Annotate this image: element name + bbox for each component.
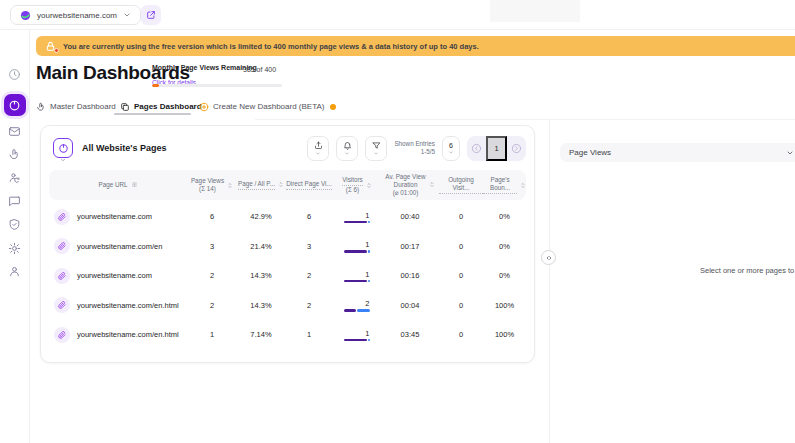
outgoing-value: 0: [439, 271, 483, 280]
alert-dot: [54, 48, 59, 53]
direct-views-value: 6: [285, 212, 333, 221]
table-header-row: Page URL Page Views(Σ 14) Page / All P..…: [49, 170, 526, 200]
export-button[interactable]: [307, 136, 329, 161]
outgoing-value: 0: [439, 330, 483, 339]
page-link-icon[interactable]: [54, 238, 70, 254]
filter-button[interactable]: [365, 136, 387, 161]
dashboard-icon: [8, 99, 21, 112]
sort-icon[interactable]: [520, 181, 526, 190]
visitors-value: 1: [344, 329, 371, 338]
lock-icon: [45, 41, 56, 52]
page-views-value: 2: [187, 271, 237, 280]
column-header-duration[interactable]: Av. Page ViewDuration(⌀ 01:00): [381, 173, 439, 198]
active-tab-underline: [114, 113, 191, 115]
filter-icon: [372, 141, 381, 150]
alerts-button[interactable]: [336, 136, 358, 161]
shield-check-icon[interactable]: [6, 215, 24, 233]
tab-create-new-dashboard[interactable]: Create New Dashboard (BETA): [199, 99, 336, 114]
sort-icon[interactable]: [429, 180, 435, 189]
panel-divider: [549, 120, 550, 443]
page-views-value: 3: [187, 242, 237, 251]
page-link-icon[interactable]: [54, 268, 70, 284]
column-header-visitors[interactable]: Visitors(Σ 6): [333, 176, 381, 194]
site-switcher[interactable]: yourwebsitename.com: [10, 5, 141, 25]
pagination: 1: [467, 136, 526, 161]
history-icon[interactable]: [6, 65, 24, 83]
tab-label: Master Dashboard: [50, 102, 116, 111]
column-header-page-views[interactable]: Page Views(Σ 14): [187, 177, 237, 193]
tab-label: Pages Dashboard: [134, 102, 202, 111]
tab-master-dashboard[interactable]: Master Dashboard: [36, 99, 116, 114]
visitors-cell: 1: [333, 211, 381, 224]
current-page-button[interactable]: 1: [486, 136, 507, 161]
visitors-value: 2: [344, 299, 371, 308]
table-row[interactable]: yourwebsitename.com/en 3 21.4% 3 1 00:17…: [49, 232, 526, 262]
panel-title: Page Views: [569, 148, 611, 157]
visitors-value: 1: [344, 270, 371, 279]
pages-icon: [120, 102, 130, 112]
duration-value: 00:16: [381, 271, 439, 280]
table-row[interactable]: yourwebsitename.com 2 14.3% 2 1 00:16 0 …: [49, 261, 526, 291]
card-header: All Website's Pages: [53, 134, 526, 162]
visitors-cell: 1: [333, 240, 381, 253]
shown-entries-value: 1-5/5: [394, 148, 435, 156]
visitors-cell: 2: [333, 299, 381, 312]
settings-gear-icon[interactable]: [6, 239, 24, 257]
panel-resize-button[interactable]: [541, 250, 556, 265]
chat-icon[interactable]: [6, 192, 24, 210]
page-size-value: 6: [449, 142, 453, 149]
table-row[interactable]: yourwebsitename.com/en.html 1 7.14% 1 1 …: [49, 320, 526, 350]
column-header-url[interactable]: Page URL: [49, 181, 187, 189]
page-views-value: 1: [187, 330, 237, 339]
duration-value: 03:45: [381, 330, 439, 339]
shown-entries: Shown Entries 1-5/5: [394, 140, 435, 156]
page-link-icon[interactable]: [54, 327, 70, 343]
page-link-icon[interactable]: [54, 297, 70, 313]
open-site-button[interactable]: [141, 5, 161, 25]
next-page-button[interactable]: [507, 136, 526, 161]
visitors-bar: [344, 221, 371, 224]
page-size-select[interactable]: 6: [442, 136, 460, 161]
sidebar: [0, 30, 30, 443]
column-header-outgoing[interactable]: Outgoing Visit...: [439, 176, 483, 194]
sort-icon[interactable]: [278, 180, 284, 189]
page-share-value: 14.3%: [237, 271, 285, 280]
touch-gesture-icon[interactable]: [6, 145, 24, 163]
column-header-direct-views[interactable]: Direct Page Vi...: [285, 180, 333, 190]
topbar: yourwebsitename.com: [0, 0, 795, 30]
page-url: yourwebsitename.com/en: [77, 242, 162, 251]
visitors-cell: 1: [333, 270, 381, 283]
account-icon[interactable]: [6, 262, 24, 280]
column-header-bounce[interactable]: Page's Boun...: [483, 176, 526, 194]
direct-views-value: 1: [285, 330, 333, 339]
sort-icon[interactable]: [366, 181, 372, 190]
beta-badge-dot: [330, 104, 336, 110]
page-views-value: 6: [187, 212, 237, 221]
chevron-down-icon: [344, 151, 350, 156]
column-header-page-share[interactable]: Page / All P...: [237, 180, 285, 190]
visitors-bar: [344, 250, 371, 253]
page-url: yourwebsitename.com: [77, 271, 152, 280]
pages-table-card: All Website's Pages: [40, 125, 535, 363]
direct-views-value: 2: [285, 271, 333, 280]
page-views-panel-header[interactable]: Page Views: [560, 143, 795, 162]
chevron-down-icon: [315, 151, 321, 156]
table-row[interactable]: yourwebsitename.com 6 42.9% 6 1 00:40 0 …: [49, 202, 526, 232]
pages-widget-icon[interactable]: [53, 138, 73, 158]
sort-icon[interactable]: [227, 181, 233, 190]
bounce-value: 100%: [483, 301, 526, 310]
visitors-sync-icon[interactable]: [6, 168, 24, 186]
panel-empty-message: Select one or more pages to v: [700, 266, 795, 275]
page-share-value: 42.9%: [237, 212, 285, 221]
bounce-value: 0%: [483, 242, 526, 251]
column-settings-icon[interactable]: [131, 181, 138, 189]
sidebar-item-dashboards[interactable]: [4, 94, 26, 116]
bounce-value: 0%: [483, 271, 526, 280]
tab-pages-dashboard[interactable]: Pages Dashboard: [120, 99, 202, 114]
page-link-icon[interactable]: [54, 209, 70, 225]
table-row[interactable]: yourwebsitename.com/en.html 2 14.3% 2 2 …: [49, 291, 526, 321]
prev-page-button[interactable]: [467, 136, 486, 161]
page-views-value: 2: [187, 301, 237, 310]
outgoing-value: 0: [439, 212, 483, 221]
email-reports-icon[interactable]: [6, 122, 24, 140]
